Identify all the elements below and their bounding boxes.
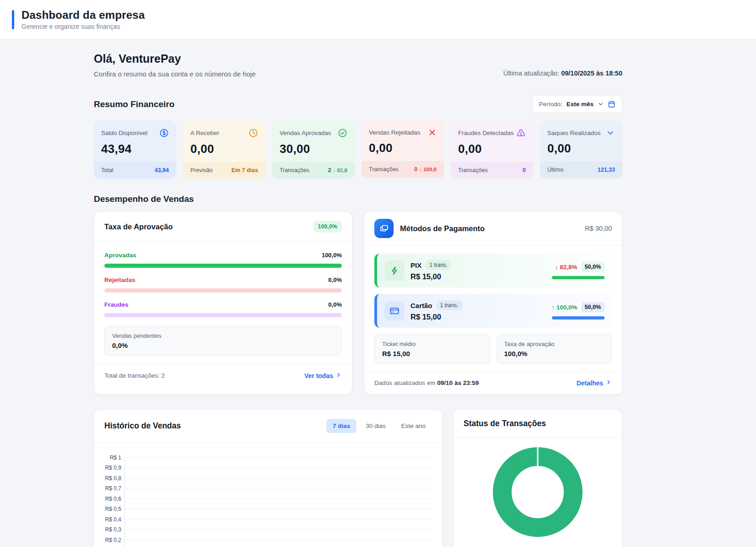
metric-value: 0,0% xyxy=(328,301,342,308)
tab-30-dias[interactable]: 30 dias xyxy=(359,419,392,433)
stat-footer-value: 0 xyxy=(523,167,526,173)
gridline: R$ 0,3 xyxy=(125,529,432,530)
stat-value: 30,00 xyxy=(280,142,347,156)
see-all-label: Ver todas xyxy=(304,372,333,379)
payments-card-title: Métodos de Pagamento xyxy=(400,224,578,233)
stat-footer-value: Em 7 dias xyxy=(232,167,258,173)
cards-icon xyxy=(374,219,394,238)
sales-history-card: Histórico de Vendas 7 dias 30 dias Este … xyxy=(94,409,443,547)
taxa-aprovacao-value: 100,0% xyxy=(504,350,605,357)
history-range-tabs: 7 dias 30 dias Este ano xyxy=(326,419,432,433)
last-update-value: 09/10/2025 às 18:50 xyxy=(561,70,622,77)
dollar-circle-icon xyxy=(159,128,169,138)
gridline: R$ 0,9 xyxy=(125,467,432,468)
stat-label: Saques Realizados xyxy=(547,130,600,136)
greeting-row: Olá, VenturePay Confira o resumo da sua … xyxy=(94,52,622,78)
chevron-down-icon[interactable] xyxy=(606,128,615,137)
stat-label: A Receber xyxy=(190,130,219,136)
progress-bar xyxy=(104,313,342,317)
stat-footer-value: 43,94 xyxy=(155,167,169,173)
payments-total: R$ 30,00 xyxy=(585,225,612,232)
performance-heading: Desempenho de Vendas xyxy=(94,194,194,204)
calendar-icon xyxy=(608,100,616,108)
gridline: R$ 0,8 xyxy=(125,478,432,478)
metric-label: Fraudes xyxy=(104,301,129,308)
performance-section-head: Desempenho de Vendas xyxy=(94,194,622,204)
y-axis-tick-label: R$ 0,3 xyxy=(96,526,121,533)
gridline: R$ 0,2 xyxy=(125,540,432,540)
y-axis-tick-label: R$ 0,2 xyxy=(96,537,121,543)
check-circle-icon xyxy=(338,128,347,138)
summary-heading: Resumo Financeiro xyxy=(94,99,174,109)
gridline: R$ 0,6 xyxy=(125,498,432,499)
stat-footer-label: Último xyxy=(547,167,563,173)
period-label: Período: xyxy=(539,101,562,108)
approval-rate-badge: 100,0% xyxy=(313,221,342,233)
stat-label: Fraudes Detectadas xyxy=(458,130,514,136)
summary-cards: Saldo Disponível 43,94 Total 43,94 A Rec… xyxy=(94,120,622,179)
top-bar: Dashboard da empresa Gerencie e organize… xyxy=(0,0,756,39)
stat-card-saldo-disponivel: Saldo Disponível 43,94 Total 43,94 xyxy=(94,120,176,179)
last-update: Última atualização:09/10/2025 às 18:50 xyxy=(503,70,622,78)
method-share-badge: 50,0% xyxy=(581,262,605,272)
stat-card-vendas-aprovadas: Vendas Aprovadas 30,00 Transações 2↓ 82,… xyxy=(272,120,355,179)
status-title: Status de Transações xyxy=(464,419,546,428)
transaction-status-card: Status de Transações xyxy=(453,409,622,547)
stat-footer-value: 121,33 xyxy=(598,167,615,173)
stat-label: Vendas Aprovadas xyxy=(280,130,331,136)
method-trans-badge: 1 trans. xyxy=(425,260,452,270)
see-all-link[interactable]: Ver todas xyxy=(304,372,342,379)
y-axis-tick-label: R$ 0,7 xyxy=(96,485,121,492)
stat-value: 0,00 xyxy=(547,141,615,156)
y-axis-tick-label: R$ 0,5 xyxy=(96,506,121,512)
taxa-aprovacao-label: Taxa de aprovação xyxy=(504,341,605,347)
greeting-title: Olá, VenturePay xyxy=(94,52,256,65)
taxa-aprovacao-box: Taxa de aprovação 100,0% xyxy=(497,334,612,364)
x-icon xyxy=(428,128,437,137)
y-axis-tick-label: R$ 0,8 xyxy=(96,475,121,482)
period-selector[interactable]: Período: Este mês xyxy=(532,95,622,113)
bottom-cards: Histórico de Vendas 7 dias 30 dias Este … xyxy=(94,409,622,547)
tab-7-dias[interactable]: 7 dias xyxy=(326,419,356,433)
method-share-bar xyxy=(552,316,605,320)
stat-footer-delta: ↓ 100,0 xyxy=(419,167,437,172)
credit-card-icon xyxy=(384,301,405,321)
stat-card-a-receber: A Receber 0,00 Previsão Em 7 dias xyxy=(183,120,265,179)
performance-cards: Taxa de Aprovação 100,0% Aprovadas 100,0… xyxy=(94,211,622,395)
stat-value: 0,00 xyxy=(369,141,437,155)
y-axis-tick-label: R$ 0,9 xyxy=(96,465,121,471)
stat-value: 0,00 xyxy=(458,142,526,156)
tab-este-ano[interactable]: Este ano xyxy=(395,419,432,433)
ticket-medio-value: R$ 15,00 xyxy=(382,350,482,357)
stat-footer-label: Transações xyxy=(458,167,488,173)
method-share-bar xyxy=(552,276,605,279)
method-name: PIX xyxy=(410,261,421,269)
metric-label: Rejeitadas xyxy=(104,276,135,283)
updated-date: 09/10 às 23:59 xyxy=(437,379,479,386)
app-subtitle: Gerencie e organize suas finanças xyxy=(22,23,145,30)
metric-value: 100,0% xyxy=(322,252,342,259)
approval-card-title: Taxa de Aprovação xyxy=(104,222,173,231)
warning-triangle-icon xyxy=(516,128,526,138)
stat-footer-value: 2 xyxy=(328,167,331,173)
gridline: R$ 0,4 xyxy=(125,519,432,520)
ticket-medio-label: Ticket médio xyxy=(382,341,482,347)
details-link[interactable]: Detalhes xyxy=(577,379,612,387)
method-delta: ↓ 82,8% xyxy=(555,264,578,271)
payment-method-cartao: Cartão 1 trans. R$ 15,00 ↑ 100,0% 50,0% xyxy=(374,294,612,328)
gridline: R$ 1 xyxy=(125,457,432,458)
stat-card-vendas-rejeitadas: Vendas Rejeitadas 0,00 Transações 0↓ 100… xyxy=(362,120,444,179)
stat-label: Vendas Rejeitadas xyxy=(369,129,421,136)
chevron-down-icon xyxy=(598,101,604,107)
stat-value: 43,94 xyxy=(101,142,169,156)
metric-value: 0,0% xyxy=(328,276,342,283)
progress-bar xyxy=(104,288,342,292)
approval-row-rejeitadas: Rejeitadas 0,0% xyxy=(104,276,342,292)
method-trans-badge: 1 trans. xyxy=(436,300,463,310)
greeting-subtitle: Confira o resumo da sua conta e os númer… xyxy=(94,70,256,78)
metric-label: Aprovadas xyxy=(104,252,136,259)
progress-bar xyxy=(104,264,342,268)
updated-prefix: Dados atualizados em xyxy=(374,379,436,386)
pending-sales-box: Vendas pendentes 0,0% xyxy=(104,326,342,356)
stat-card-saques-realizados: Saques Realizados 0,00 Último 121,33 xyxy=(540,120,622,179)
